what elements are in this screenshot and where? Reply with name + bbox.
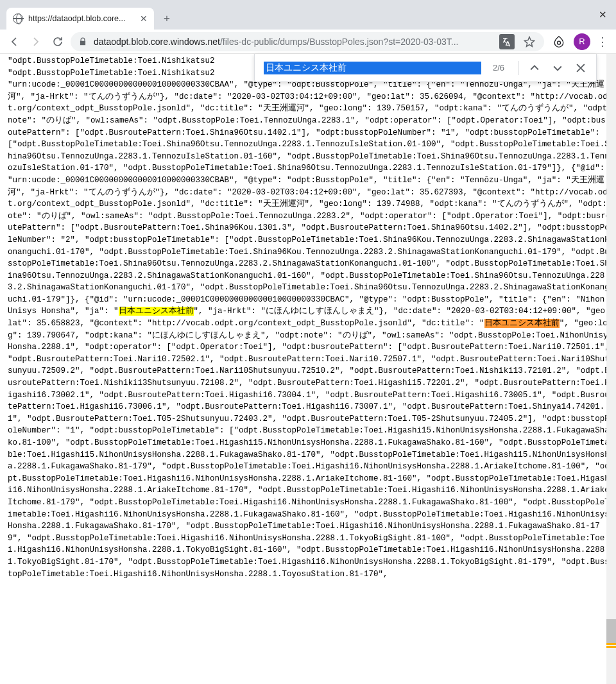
toolbar: dataodpt.blob.core.windows.net/files-dc-… <box>0 30 616 54</box>
scrollbar-thumb[interactable] <box>606 619 616 643</box>
globe-icon <box>13 13 23 24</box>
back-button[interactable] <box>5 33 23 51</box>
profile-avatar[interactable]: R <box>574 33 590 50</box>
scrollbar-track[interactable] <box>606 54 616 684</box>
find-count: 2/6 <box>484 63 513 73</box>
find-close-button[interactable] <box>570 58 591 78</box>
find-marker <box>606 643 616 645</box>
extension-icon[interactable] <box>551 33 567 50</box>
svg-point-0 <box>558 41 561 44</box>
address-bar[interactable]: dataodpt.blob.core.windows.net/files-dc-… <box>71 32 544 51</box>
tab-title: https://dataodpt.blob.core... <box>28 14 135 23</box>
url-text: dataodpt.blob.core.windows.net/files-dc-… <box>94 37 493 47</box>
find-next-button[interactable] <box>547 58 568 78</box>
menu-button[interactable]: ⋮ <box>594 35 611 49</box>
bookmark-icon[interactable] <box>524 36 535 47</box>
browser-tab[interactable]: https://dataodpt.blob.core... ✕ <box>6 8 154 30</box>
titlebar: https://dataodpt.blob.core... ✕ + ✕ <box>0 0 616 30</box>
find-separator <box>518 61 519 75</box>
tab-close-icon[interactable]: ✕ <box>140 13 148 24</box>
find-prev-button[interactable] <box>524 58 545 78</box>
reload-button[interactable] <box>49 33 67 51</box>
json-content[interactable]: "odpt.BusstopPoleTimetable:Toei.Nishikat… <box>0 54 616 684</box>
new-tab-button[interactable]: + <box>158 10 176 28</box>
translate-icon[interactable] <box>499 34 515 49</box>
find-bar: 2/6 <box>254 54 597 82</box>
find-input[interactable] <box>264 62 481 74</box>
window-close-icon[interactable]: ✕ <box>599 9 607 21</box>
forward-button[interactable] <box>27 33 45 51</box>
lock-icon <box>78 37 87 46</box>
find-marker <box>606 646 616 648</box>
